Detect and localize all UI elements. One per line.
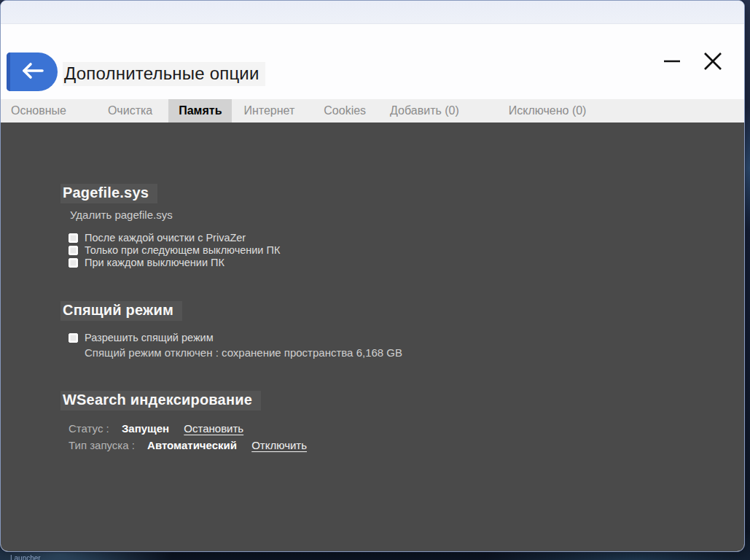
pagefile-option-next-shutdown[interactable]: Только при следующем выключении ПК: [69, 244, 715, 257]
tab-internet[interactable]: Интернет: [233, 99, 305, 122]
status-value: Запущен: [122, 422, 169, 435]
window-header: Дополнительные опции: [1, 24, 744, 99]
stop-service-link[interactable]: Остановить: [184, 422, 243, 435]
back-button[interactable]: [7, 52, 58, 91]
minimize-icon: [663, 59, 681, 63]
sleep-options: Разрешить спящий режим: [69, 332, 715, 344]
startup-type-value: Автоматический: [147, 439, 237, 451]
memory-tab-panel: Pagefile.sys Удалить pagefile.sys После …: [1, 122, 744, 551]
pagefile-option-every-shutdown[interactable]: При каждом выключении ПК: [69, 257, 715, 269]
pagefile-section: Pagefile.sys Удалить pagefile.sys После …: [63, 184, 715, 269]
startup-type-label: Тип запуска :: [69, 439, 135, 451]
tab-isklyucheno[interactable]: Исключено (0): [499, 99, 597, 122]
checkbox-icon[interactable]: [69, 246, 78, 255]
sleep-status-note: Спящий режим отключен : сохранение прост…: [85, 346, 715, 359]
option-label: После каждой очистки с PrivaZer: [85, 232, 246, 244]
wsearch-heading: WSearch индексирование: [60, 391, 261, 411]
tab-bar: Основные Очистка Память Интернет Cookies…: [1, 99, 744, 122]
sleep-heading: Спящий режим: [60, 301, 182, 321]
tab-ochistka[interactable]: Очистка: [98, 99, 163, 122]
checkbox-icon[interactable]: [69, 233, 78, 243]
desktop-icon-label[interactable]: Launcher: [10, 554, 41, 560]
pagefile-heading: Pagefile.sys: [60, 184, 157, 203]
window-titlebar[interactable]: [1, 1, 744, 24]
tab-cookies[interactable]: Cookies: [313, 99, 376, 122]
tab-osnovnye[interactable]: Основные: [1, 99, 77, 122]
wsearch-status-rows: Статус : Запущен Остановить Тип запуска …: [69, 420, 715, 454]
status-label: Статус :: [69, 422, 109, 435]
sleep-section: Спящий режим Разрешить спящий режим Спящ…: [63, 301, 715, 359]
option-label: Разрешить спящий режим: [85, 332, 214, 344]
tab-dobavit[interactable]: Добавить (0): [380, 99, 469, 122]
options-window: Дополнительные опции Основные Очистка Па…: [0, 0, 745, 552]
option-label: Только при следующем выключении ПК: [85, 244, 280, 257]
tab-pamyat[interactable]: Память: [168, 99, 232, 122]
close-button[interactable]: [700, 49, 725, 74]
window-controls: [660, 49, 725, 74]
sleep-allow-option[interactable]: Разрешить спящий режим: [69, 332, 715, 344]
option-label: При каждом выключении ПК: [85, 257, 224, 269]
wsearch-status-row: Статус : Запущен Остановить: [69, 420, 715, 437]
disable-service-link[interactable]: Отключить: [251, 439, 307, 451]
back-arrow-icon: [17, 61, 47, 83]
pagefile-option-after-clean[interactable]: После каждой очистки с PrivaZer: [69, 232, 715, 244]
minimize-button[interactable]: [660, 49, 684, 74]
pagefile-subheading: Удалить pagefile.sys: [70, 209, 715, 221]
checkbox-icon[interactable]: [69, 333, 78, 343]
wsearch-section: WSearch индексирование Статус : Запущен …: [63, 391, 715, 454]
page-title: Дополнительные опции: [63, 62, 265, 86]
pagefile-options: После каждой очистки с PrivaZer Только п…: [69, 232, 715, 269]
checkbox-icon[interactable]: [69, 258, 78, 268]
wsearch-startup-row: Тип запуска : Автоматический Отключить: [69, 437, 715, 454]
close-icon: [702, 50, 724, 72]
